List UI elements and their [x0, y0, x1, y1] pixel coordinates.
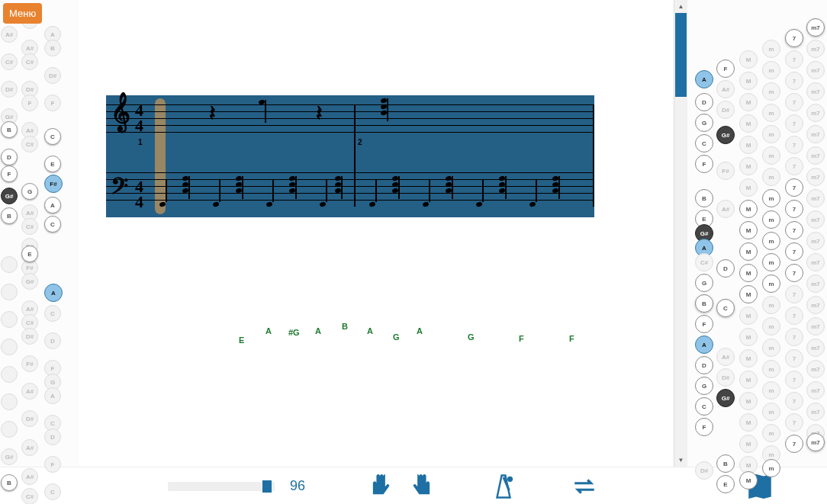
kb-btn[interactable]: F — [44, 456, 61, 473]
kb-btn[interactable]: A# — [21, 468, 38, 485]
kb-btn-7[interactable]: 7 — [785, 72, 803, 90]
kb-btn-major[interactable]: M — [739, 178, 758, 197]
kb-btn[interactable]: D# — [695, 461, 713, 480]
kb-btn[interactable]: F — [716, 59, 735, 78]
kb-btn[interactable]: G — [695, 377, 713, 395]
kb-btn-minor[interactable]: m — [762, 232, 780, 250]
kb-btn-m7[interactable]: m7 — [806, 210, 825, 229]
kb-btn-m7[interactable]: m7 — [806, 360, 825, 378]
kb-btn-m7[interactable]: m7 — [806, 40, 825, 58]
kb-btn[interactable]: F — [1, 165, 18, 182]
kb-btn-7[interactable]: 7 — [785, 50, 803, 69]
kb-btn-major[interactable]: M — [739, 114, 758, 133]
kb-btn[interactable]: F — [695, 315, 713, 333]
kb-btn-minor[interactable]: m — [762, 253, 780, 271]
kb-btn[interactable]: C# — [21, 53, 38, 70]
kb-btn[interactable]: G — [695, 274, 713, 292]
kb-btn[interactable]: E — [21, 246, 38, 262]
kb-btn[interactable]: F — [695, 418, 713, 436]
kb-btn[interactable]: C — [716, 299, 735, 317]
kb-btn[interactable] — [1, 284, 18, 300]
kb-btn[interactable]: D — [695, 93, 713, 111]
kb-btn-m7[interactable]: m7 — [806, 18, 825, 37]
kb-btn[interactable]: A# — [1, 26, 18, 43]
kb-btn[interactable]: B — [695, 189, 713, 207]
kb-btn-m7[interactable]: m7 — [806, 232, 825, 250]
kb-btn-7[interactable]: 7 — [785, 29, 803, 47]
kb-btn-minor[interactable]: m — [762, 317, 780, 335]
kb-btn-7[interactable]: 7 — [785, 392, 803, 410]
vertical-scrollbar[interactable]: ▲ ▼ — [674, 0, 687, 467]
kb-btn[interactable]: C# — [1, 53, 18, 70]
kb-btn-major[interactable]: M — [739, 392, 758, 410]
kb-btn[interactable] — [1, 421, 18, 438]
kb-btn-major[interactable]: M — [739, 200, 758, 218]
kb-btn-minor[interactable]: m — [762, 424, 780, 442]
kb-btn-minor[interactable]: m — [762, 360, 780, 378]
kb-btn-7[interactable]: 7 — [785, 114, 803, 133]
kb-btn[interactable]: G# — [1, 448, 18, 465]
kb-btn-minor[interactable]: m — [762, 459, 780, 477]
kb-btn[interactable]: D — [1, 149, 18, 165]
kb-btn[interactable]: A# — [716, 80, 735, 98]
kb-btn-7[interactable]: 7 — [785, 157, 803, 175]
kb-btn-minor[interactable]: m — [762, 381, 780, 400]
kb-btn-7[interactable]: 7 — [785, 178, 803, 197]
kb-btn-major[interactable]: M — [739, 72, 758, 90]
kb-btn[interactable]: A# — [716, 200, 735, 218]
kb-btn-minor[interactable]: m — [762, 210, 780, 229]
kb-btn[interactable]: C# — [21, 136, 38, 152]
kb-btn-major[interactable]: M — [739, 136, 758, 154]
slider-knob[interactable] — [262, 480, 272, 493]
kb-btn-highlight[interactable]: A — [695, 70, 713, 88]
kb-btn-7[interactable]: 7 — [785, 242, 803, 261]
left-hand-icon[interactable] — [366, 473, 394, 500]
kb-btn-7[interactable]: 7 — [785, 200, 803, 218]
kb-btn-major[interactable]: M — [739, 471, 758, 490]
kb-btn[interactable]: B — [1, 207, 18, 224]
loop-icon[interactable] — [571, 473, 598, 500]
kb-btn-7[interactable]: 7 — [785, 435, 803, 453]
kb-btn-major[interactable]: M — [739, 413, 758, 432]
kb-btn-active[interactable]: G# — [716, 389, 735, 407]
kb-btn-7[interactable]: 7 — [785, 285, 803, 303]
kb-btn-7[interactable]: 7 — [785, 93, 803, 111]
kb-btn-7[interactable]: 7 — [785, 371, 803, 389]
kb-btn-m7[interactable]: m7 — [806, 82, 825, 101]
right-hand-icon[interactable] — [409, 473, 436, 500]
metronome-icon[interactable] — [490, 473, 517, 500]
kb-btn-major[interactable]: M — [739, 371, 758, 389]
kb-btn[interactable]: D# — [21, 328, 38, 345]
kb-btn-m7[interactable]: m7 — [806, 381, 825, 400]
kb-btn-7[interactable]: 7 — [785, 136, 803, 154]
kb-btn[interactable] — [1, 393, 18, 410]
kb-btn-major[interactable]: M — [739, 242, 758, 261]
kb-btn-minor[interactable]: m — [762, 189, 780, 207]
kb-btn-m7[interactable]: m7 — [806, 189, 825, 207]
kb-btn-7[interactable]: 7 — [785, 307, 803, 325]
kb-btn-minor[interactable]: m — [762, 40, 780, 58]
kb-btn-major[interactable]: M — [739, 349, 758, 368]
kb-btn[interactable]: G — [695, 114, 713, 132]
kb-btn-7[interactable]: 7 — [785, 221, 803, 239]
kb-btn-major[interactable]: M — [739, 221, 758, 239]
kb-btn-major[interactable]: M — [739, 264, 758, 282]
kb-btn-major[interactable]: M — [739, 93, 758, 111]
kb-btn-minor[interactable]: m — [762, 296, 780, 314]
kb-btn-active[interactable]: G# — [1, 188, 18, 204]
kb-btn[interactable]: A# — [21, 383, 38, 400]
kb-btn-m7[interactable]: m7 — [806, 61, 825, 79]
kb-btn[interactable]: E — [716, 475, 735, 493]
kb-btn-m7[interactable]: m7 — [806, 253, 825, 271]
kb-btn-major[interactable]: M — [739, 307, 758, 325]
kb-btn[interactable]: F — [44, 95, 61, 111]
kb-btn-m7[interactable]: m7 — [806, 146, 825, 165]
kb-btn-major[interactable]: M — [739, 435, 758, 453]
kb-btn-highlight[interactable]: F# — [44, 175, 63, 193]
kb-btn[interactable]: G# — [21, 273, 38, 290]
kb-btn-m7[interactable]: m7 — [806, 296, 825, 314]
kb-btn[interactable]: A# — [21, 439, 38, 456]
kb-btn-m7[interactable]: m7 — [806, 317, 825, 335]
kb-btn[interactable] — [1, 311, 18, 328]
kb-btn[interactable]: F# — [21, 355, 38, 372]
